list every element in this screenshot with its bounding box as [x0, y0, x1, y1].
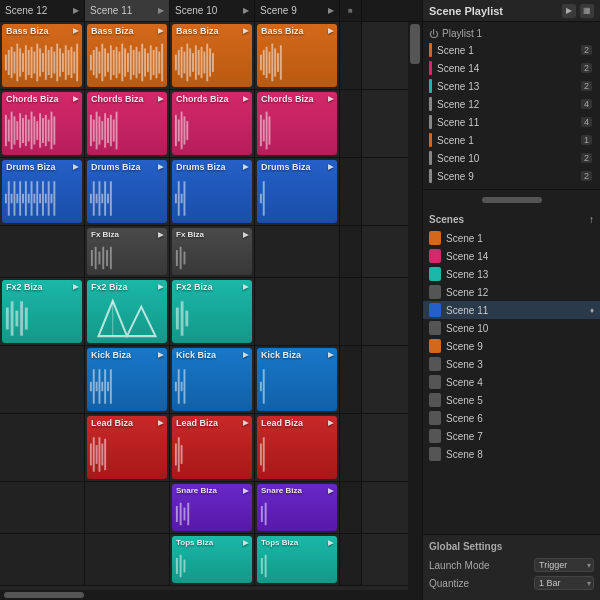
playlist-panel-title: Scene Playlist — [429, 5, 503, 17]
playlist-item-4[interactable]: Scene 11 4 — [423, 113, 600, 131]
playlist-item-5[interactable]: Scene 1 1 — [423, 131, 600, 149]
svg-rect-164 — [96, 382, 98, 391]
svg-rect-174 — [260, 382, 262, 391]
fx-clip-10[interactable]: Fx Biza▶ — [170, 226, 255, 277]
svg-rect-124 — [42, 181, 44, 215]
scene-header-scene11[interactable]: Scene 11 ▶ — [85, 0, 170, 21]
drums-clip-10[interactable]: Drums Biza▶ — [170, 158, 255, 225]
svg-rect-9 — [31, 47, 33, 78]
svg-rect-132 — [99, 181, 101, 215]
playlist-item-6[interactable]: Scene 10 2 — [423, 149, 600, 167]
quantize-select[interactable]: 1 Bar 1/2 1/4 1/8 1/16 None — [534, 576, 594, 590]
svg-rect-16 — [51, 47, 53, 78]
chords-clip-10[interactable]: Chords Biza▶ — [170, 90, 255, 157]
pl-count-2: 2 — [581, 81, 592, 91]
svg-rect-56 — [186, 44, 188, 82]
fx2-clip-10[interactable]: Fx2 Biza▶ — [170, 278, 255, 345]
svg-rect-156 — [25, 308, 28, 330]
chords-col-ctrl — [340, 90, 362, 157]
launch-mode-select[interactable]: Trigger Gate Toggle Repeat — [534, 558, 594, 572]
scene-item-3[interactable]: Scene 12 — [423, 283, 600, 301]
tops-clip-12[interactable] — [0, 534, 85, 585]
scene-header-scene12[interactable]: Scene 12 ▶ — [0, 0, 85, 21]
lead-clip-12[interactable] — [0, 414, 85, 481]
scene-item-1[interactable]: Scene 14 — [423, 247, 600, 265]
svg-rect-143 — [91, 250, 93, 266]
tops-clip-11[interactable] — [85, 534, 170, 585]
scene-item-2[interactable]: Scene 13 — [423, 265, 600, 283]
snare-clip-9[interactable]: Snare Biza▶ — [255, 482, 340, 533]
fx-clip-9[interactable] — [255, 226, 340, 277]
svg-rect-71 — [274, 48, 276, 76]
track-row-kick: Kick Biza▶ Kick Biza▶ — [0, 346, 408, 414]
scene-header-scene10[interactable]: Scene 10 ▶ — [170, 0, 255, 21]
snare-clip-10[interactable]: Snare Biza▶ — [170, 482, 255, 533]
chords-clip-12[interactable]: Chords Biza▶ — [0, 90, 85, 157]
scene-header-scene9[interactable]: Scene 9 ▶ — [255, 0, 340, 21]
kick-clip-10[interactable]: Kick Biza▶ — [170, 346, 255, 413]
svg-rect-4 — [16, 44, 18, 82]
tops-clip-10[interactable]: Tops Biza▶ — [170, 534, 255, 585]
lead-clip-9[interactable]: Lead Biza▶ — [255, 414, 340, 481]
tracks-hscrollbar[interactable] — [0, 590, 422, 600]
tracks-scrollbar[interactable] — [408, 22, 422, 590]
bass-clip-10[interactable]: Bass Biza▶ — [170, 22, 255, 89]
grid-icon[interactable]: ▦ — [580, 4, 594, 18]
chords-clip-11[interactable]: Chords Biza▶ — [85, 90, 170, 157]
svg-rect-176 — [90, 444, 92, 466]
lead-clip-11[interactable]: Lead Biza▶ — [85, 414, 170, 481]
kick-clip-11[interactable]: Kick Biza▶ — [85, 346, 170, 413]
fx2-clip-9[interactable] — [255, 278, 340, 345]
svg-rect-51 — [161, 44, 163, 82]
bass-clip-9[interactable]: Bass Biza▶ — [255, 22, 340, 89]
scene-item-6[interactable]: Scene 9 — [423, 337, 600, 355]
svg-rect-66 — [260, 55, 262, 71]
bass-col-ctrl — [340, 22, 362, 89]
fx-clip-12[interactable] — [0, 226, 85, 277]
chords-clip-9[interactable]: Chords Biza▶ — [255, 90, 340, 157]
bass-clip-11[interactable]: Bass Biza▶ — [85, 22, 170, 89]
drums-clip-11[interactable]: Drums Biza▶ — [85, 158, 170, 225]
playlist-item-0[interactable]: Scene 1 2 — [423, 41, 600, 59]
scene-item-10[interactable]: Scene 6 — [423, 409, 600, 427]
scene-item-4[interactable]: Scene 11 ♦ — [423, 301, 600, 319]
svg-rect-110 — [269, 116, 271, 144]
playlist-item-2[interactable]: Scene 13 2 — [423, 77, 600, 95]
kick-clip-9[interactable]: Kick Biza▶ — [255, 346, 340, 413]
scenes-up-arrow[interactable]: ↑ — [589, 214, 594, 225]
svg-rect-35 — [116, 47, 118, 78]
scene-item-5[interactable]: Scene 10 — [423, 319, 600, 337]
fx2-clip-12[interactable]: Fx2 Biza▶ — [0, 278, 85, 345]
snare-clip-11[interactable] — [85, 482, 170, 533]
lead-clip-10[interactable]: Lead Biza▶ — [170, 414, 255, 481]
sc-name-10: Scene 6 — [446, 413, 594, 424]
fx2-clip-11[interactable]: Fx2 Biza▶ — [85, 278, 170, 345]
scene-item-7[interactable]: Scene 3 — [423, 355, 600, 373]
svg-rect-118 — [25, 181, 27, 215]
drums-clip-9[interactable]: Drums Biza▶ — [255, 158, 340, 225]
fx-clip-11[interactable]: Fx Biza▶ — [85, 226, 170, 277]
tops-clip-9[interactable]: Tops Biza▶ — [255, 534, 340, 585]
scene-item-0[interactable]: Scene 1 — [423, 229, 600, 247]
playlist-item-7[interactable]: Scene 9 2 — [423, 167, 600, 185]
svg-rect-36 — [118, 52, 120, 74]
tracks-scroll-thumb[interactable] — [410, 24, 420, 64]
svg-rect-21 — [65, 45, 67, 79]
playlist-item-3[interactable]: Scene 12 4 — [423, 95, 600, 113]
snare-clip-12[interactable] — [0, 482, 85, 533]
kick-clip-12[interactable] — [0, 346, 85, 413]
hscroll-thumb[interactable] — [4, 592, 84, 598]
bass-clip-12[interactable]: Bass Biza▶ — [0, 22, 85, 89]
scene-item-12[interactable]: Scene 8 — [423, 445, 600, 463]
sc-name-11: Scene 7 — [446, 431, 594, 442]
scene-item-11[interactable]: Scene 7 — [423, 427, 600, 445]
playlist-section: ⏻ Playlist 1 Scene 1 2 Scene 14 2 Scene … — [423, 22, 600, 190]
play-icon[interactable]: ▶ — [562, 4, 576, 18]
svg-rect-130 — [93, 181, 95, 215]
scene-item-8[interactable]: Scene 4 — [423, 373, 600, 391]
scene-item-9[interactable]: Scene 5 — [423, 391, 600, 409]
svg-rect-183 — [178, 437, 180, 471]
playlist-item-1[interactable]: Scene 14 2 — [423, 59, 600, 77]
drums-clip-12[interactable]: Drums Biza▶ — [0, 158, 85, 225]
playlist-scrollbar[interactable] — [482, 197, 542, 203]
